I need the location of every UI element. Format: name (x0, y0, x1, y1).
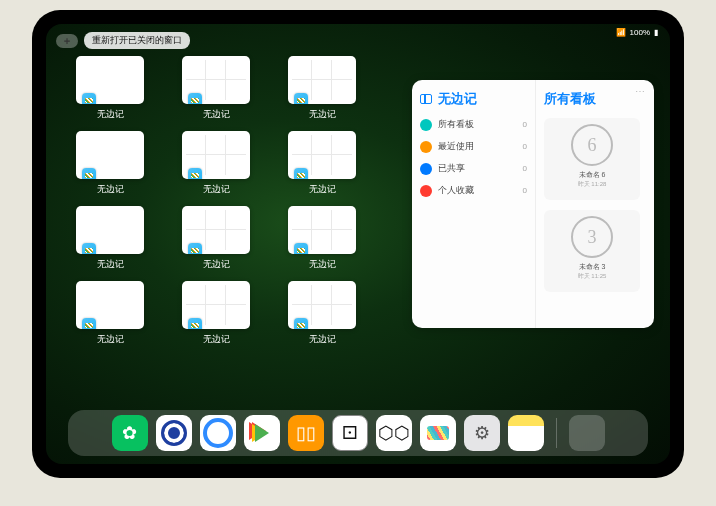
app-window[interactable]: 无边记 (66, 56, 154, 121)
app-window[interactable]: 无边记 (66, 206, 154, 271)
app-label: 无边记 (97, 333, 124, 346)
app-window[interactable]: 无边记 (278, 206, 366, 271)
app-label: 无边记 (97, 183, 124, 196)
freeform-icon (188, 243, 202, 254)
freeform-icon (188, 93, 202, 104)
app-label: 无边记 (309, 258, 336, 271)
app-thumbnail (76, 131, 144, 179)
panel-category-list: 所有看板0最近使用0已共享0个人收藏0 (420, 118, 527, 197)
dock-app-wechat[interactable]: ✿ (112, 415, 148, 451)
all-boards-icon (420, 119, 432, 131)
app-label: 无边记 (203, 183, 230, 196)
app-window[interactable]: 无边记 (66, 281, 154, 346)
window-controls: ＋ 重新打开已关闭的窗口 (56, 32, 190, 49)
more-icon[interactable]: ⋯ (635, 86, 646, 97)
board-preview: 6 (571, 124, 613, 166)
freeform-icon (82, 93, 96, 104)
dock-app-settings[interactable]: ⚙ (464, 415, 500, 451)
freeform-icon (82, 243, 96, 254)
panel-title: 无边记 (420, 90, 527, 108)
board-item[interactable]: 3未命名 3昨天 11:25 (544, 210, 640, 292)
favorites-icon (420, 185, 432, 197)
app-window[interactable]: 无边记 (172, 206, 260, 271)
recent-icon (420, 141, 432, 153)
freeform-icon (294, 93, 308, 104)
dock: ✿▯▯⚀⬡⬡⚙ (68, 410, 648, 456)
board-title: 未命名 6 (579, 170, 606, 180)
dock-app-library[interactable] (569, 415, 605, 451)
board-item[interactable]: 6未命名 6昨天 11:28 (544, 118, 640, 200)
freeform-icon (82, 318, 96, 329)
dock-app-play[interactable] (244, 415, 280, 451)
sidebar-item-label: 所有看板 (438, 118, 474, 131)
app-thumbnail (182, 56, 250, 104)
sidebar-item-recent[interactable]: 最近使用0 (420, 140, 527, 153)
app-window[interactable]: 无边记 (278, 281, 366, 346)
ipad-screen: 📶 100% ▮ ＋ 重新打开已关闭的窗口 无边记无边记无边记无边记无边记无边记… (46, 24, 670, 464)
restore-closed-window-button[interactable]: 重新打开已关闭的窗口 (84, 32, 190, 49)
freeform-icon (188, 168, 202, 179)
app-thumbnail (288, 206, 356, 254)
dock-app-q-blue[interactable] (200, 415, 236, 451)
app-window[interactable]: 无边记 (66, 131, 154, 196)
freeform-icon (82, 168, 96, 179)
app-label: 无边记 (309, 183, 336, 196)
dock-separator (556, 418, 557, 448)
dock-app-freeform-dock[interactable] (420, 415, 456, 451)
app-label: 无边记 (309, 333, 336, 346)
app-window[interactable]: 无边记 (172, 281, 260, 346)
app-label: 无边记 (309, 108, 336, 121)
panel-sidebar: 无边记 所有看板0最近使用0已共享0个人收藏0 (412, 80, 536, 328)
app-label: 无边记 (203, 108, 230, 121)
sidebar-item-count: 0 (523, 142, 527, 151)
app-thumbnail (76, 281, 144, 329)
panel-content-title: 所有看板 (544, 90, 646, 108)
sidebar-icon[interactable] (420, 94, 432, 104)
dock-app-notes[interactable] (508, 415, 544, 451)
battery-percent: 100% (630, 28, 650, 37)
sidebar-item-count: 0 (523, 186, 527, 195)
app-window[interactable]: 无边记 (278, 56, 366, 121)
app-window[interactable]: 无边记 (172, 131, 260, 196)
board-meta: 昨天 11:25 (578, 272, 607, 281)
shared-icon (420, 163, 432, 175)
app-thumbnail (182, 281, 250, 329)
app-thumbnail (182, 131, 250, 179)
play-icon (255, 424, 269, 442)
dock-app-books[interactable]: ▯▯ (288, 415, 324, 451)
board-preview: 3 (571, 216, 613, 258)
new-window-button[interactable]: ＋ (56, 34, 78, 48)
freeform-icon (294, 318, 308, 329)
app-label: 无边记 (97, 108, 124, 121)
app-window[interactable]: 无边记 (278, 131, 366, 196)
app-window[interactable]: 无边记 (172, 56, 260, 121)
board-title: 未命名 3 (579, 262, 606, 272)
sidebar-item-count: 0 (523, 120, 527, 129)
dock-app-dice[interactable]: ⚀ (332, 415, 368, 451)
sidebar-item-label: 个人收藏 (438, 184, 474, 197)
ipad-device-frame: 📶 100% ▮ ＋ 重新打开已关闭的窗口 无边记无边记无边记无边记无边记无边记… (32, 10, 684, 478)
wifi-icon: 📶 (616, 28, 626, 37)
sidebar-item-all-boards[interactable]: 所有看板0 (420, 118, 527, 131)
dock-app-hex[interactable]: ⬡⬡ (376, 415, 412, 451)
board-meta: 昨天 11:28 (578, 180, 607, 189)
sidebar-item-label: 最近使用 (438, 140, 474, 153)
freeform-icon (294, 168, 308, 179)
dock-app-dot-blue[interactable] (156, 415, 192, 451)
app-thumbnail (288, 131, 356, 179)
sidebar-item-label: 已共享 (438, 162, 465, 175)
app-thumbnail (182, 206, 250, 254)
app-thumbnail (76, 56, 144, 104)
freeform-panel: ⋯ 无边记 所有看板0最近使用0已共享0个人收藏0 所有看板 6未命名 6昨天 … (412, 80, 654, 328)
status-bar: 📶 100% ▮ (616, 28, 658, 37)
app-switcher-grid: 无边记无边记无边记无边记无边记无边记无边记无边记无边记无边记无边记无边记 (66, 56, 366, 346)
freeform-icon (294, 243, 308, 254)
app-thumbnail (288, 281, 356, 329)
app-label: 无边记 (97, 258, 124, 271)
panel-title-label: 无边记 (438, 90, 477, 108)
restore-closed-window-label: 重新打开已关闭的窗口 (92, 35, 182, 45)
sidebar-item-shared[interactable]: 已共享0 (420, 162, 527, 175)
battery-icon: ▮ (654, 28, 658, 37)
sidebar-item-favorites[interactable]: 个人收藏0 (420, 184, 527, 197)
app-label: 无边记 (203, 333, 230, 346)
